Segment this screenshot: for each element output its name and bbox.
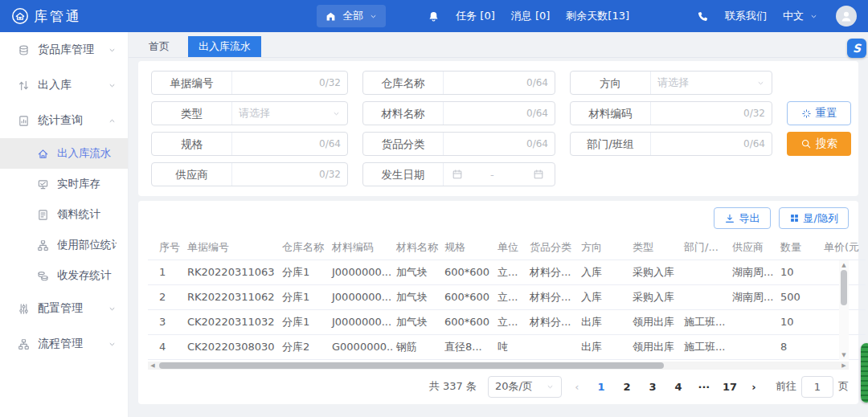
table-cell: 加气块 [393,284,441,309]
type-select[interactable]: 请选择 [232,102,347,125]
material-code-input[interactable]: 0/32 [651,102,772,125]
table-row[interactable]: 1RK20220311063分库1J0000000...加气块600*600立.… [148,260,866,284]
export-button-label: 导出 [739,211,760,226]
scroll-right-icon[interactable]: ▶ [839,362,849,369]
field-label: 货品分类 [363,133,444,155]
goods-category-input[interactable]: 0/64 [444,133,555,155]
scroll-up-icon[interactable]: ▲ [841,260,845,270]
table-cell: 材料分... [526,260,578,284]
page-number-2[interactable]: 2 [618,381,636,393]
field-label: 发生日期 [363,163,444,186]
sidebar-item-stats-query[interactable]: 统计查询 [0,103,128,138]
floating-widget-icon[interactable]: S [847,39,866,58]
goods-icon [18,44,30,56]
occur-date-range-picker[interactable]: - [444,163,555,186]
table-cell: 分库1 [279,284,329,309]
calendar-icon [533,169,544,180]
char-counter: 0/64 [526,108,548,119]
filter-field-spec: 规格 0/64 [151,132,348,156]
page-number-4[interactable]: 4 [669,381,687,393]
column-header: 序号 [148,235,184,260]
messages-link[interactable]: 消息 [0] [511,9,551,23]
table-vertical-scrollbar[interactable]: ▲ ▼ [839,260,849,360]
search-button[interactable]: 搜索 [787,132,851,156]
sidebar-item-sendrecv-stats[interactable]: 收发存统计 [0,260,128,291]
table-cell: 采购入库 [629,260,681,284]
sidebar-item-inout-flow[interactable]: 出入库流水 [0,138,128,169]
char-counter: 0/32 [319,77,341,88]
char-counter: 0/64 [526,77,548,88]
direction-select[interactable]: 请选择 [651,72,772,94]
table-cell: 入库 [578,260,629,284]
sidebar-item-process-management[interactable]: 流程管理 [0,326,128,362]
sidebar-item-config-management[interactable]: 配置管理 [0,291,128,326]
chevron-up-icon [108,117,117,125]
show-hide-columns-button[interactable]: 显/隐列 [779,207,849,229]
spec-input[interactable]: 0/64 [232,133,347,155]
doc-no-input[interactable]: 0/32 [232,72,347,94]
material-name-input[interactable]: 0/64 [444,102,555,125]
table-cell: 材料分... [526,309,578,334]
column-header: 数量 [777,235,821,260]
scroll-down-icon[interactable]: ▼ [841,350,845,360]
supplier-input[interactable]: 0/32 [232,163,347,186]
column-header: 类型 [629,235,681,260]
table-cell: 600*600 [441,309,494,334]
tasks-link[interactable]: 任务 [0] [456,9,495,23]
page-number-17[interactable]: 17 [721,381,739,393]
tab-inout-flow[interactable]: 出入库流水 [188,36,261,57]
bell-icon[interactable] [428,10,440,22]
language-selector[interactable]: 中文 [783,9,818,23]
goto-page-input[interactable] [801,376,833,398]
sidebar-item-goods-management[interactable]: 货品库管理 [0,32,128,67]
sitemap-icon [18,338,30,350]
table-cell: 钢筋 [393,334,441,359]
field-label: 类型 [152,102,232,125]
table-row[interactable]: 2RK20220311062分库1J0000000...加气块600*600立.… [148,284,866,309]
table-cell: 加气块 [393,309,441,334]
sidebar-item-in-out-warehouse[interactable]: 出入库 [0,67,128,103]
tab-home[interactable]: 首页 [138,36,180,57]
table-cell: 立... [494,260,526,284]
sidebar-item-usage-part-stats[interactable]: 使用部位统计 [0,230,128,260]
table-row[interactable]: 4CK20220308030分库2G0000000...钢筋直径8...吨出库领… [148,334,866,359]
vscroll-thumb[interactable] [841,270,847,305]
tab-bar: 首页 出入库流水 [129,32,868,58]
next-page-button[interactable]: › [745,381,763,393]
filter-field-occur-date: 发生日期 - [362,162,555,186]
page-number-3[interactable]: 3 [644,381,661,393]
user-avatar[interactable] [836,6,857,27]
field-label: 部门/班组 [571,133,651,155]
phone-icon [697,10,709,22]
field-label: 材料编码 [571,102,651,125]
char-counter: 0/32 [319,169,341,180]
dept-team-input[interactable]: 0/64 [651,133,772,155]
contact-us-link[interactable]: 联系我们 [725,9,767,23]
scroll-left-icon[interactable]: ◀ [148,362,158,369]
hscroll-thumb[interactable] [159,362,664,369]
export-button[interactable]: 导出 [714,207,771,229]
page-size-label: 20条/页 [495,379,533,394]
page-number-1[interactable]: 1 [592,381,610,393]
table-horizontal-scrollbar[interactable]: ◀ ▶ [148,362,849,370]
table-cell [526,334,578,359]
table-row[interactable]: 3CK20220311032分库1J0000000...加气块600*600立.… [148,309,866,334]
scope-selector[interactable]: 全部 [317,5,386,27]
table-cell: 分库2 [279,334,329,359]
scroll-indicator[interactable] [861,343,868,403]
sidebar-item-material-stats[interactable]: 领料统计 [0,199,128,230]
warehouse-name-input[interactable]: 0/64 [444,72,555,94]
table-cell: CK20220311032 [184,309,279,334]
pagination: 共 337 条 20条/页 ‹ 1234···17 › 前往 页 [148,376,849,398]
table-cell: 600*600 [441,284,494,309]
table-cell: 2 [148,284,184,309]
prev-page-button[interactable]: ‹ [568,381,586,393]
sidebar-item-realtime-stock[interactable]: 实时库存 [0,169,128,199]
table-cell: 立... [494,284,526,309]
table-cell: 领用出库 [629,309,681,334]
reset-button-label: 重置 [816,106,837,121]
reset-button[interactable]: 重置 [787,101,851,125]
table-cell: 加气块 [393,260,441,284]
page-size-select[interactable]: 20条/页 [488,376,562,398]
field-label: 仓库名称 [363,72,444,94]
